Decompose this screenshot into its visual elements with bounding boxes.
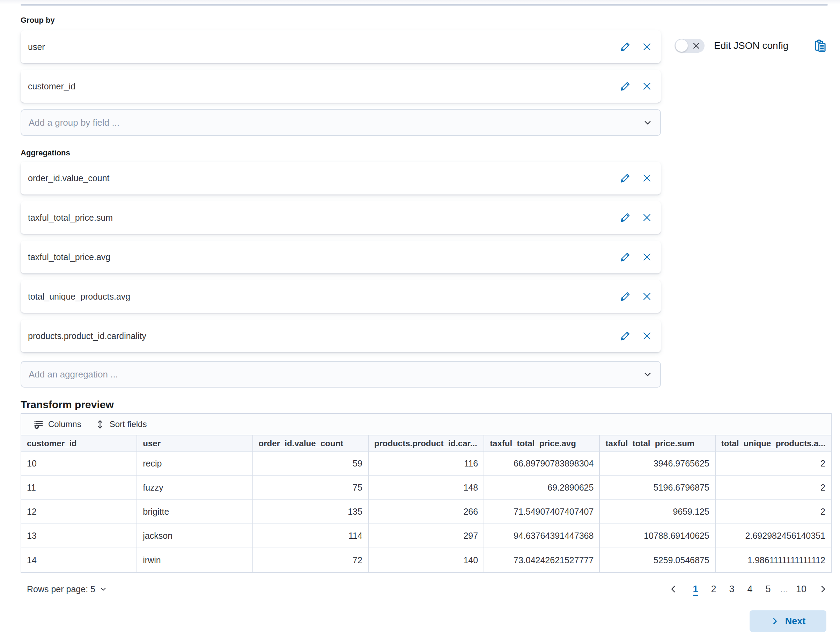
page-button-10[interactable]: 10: [795, 583, 808, 595]
delete-button[interactable]: [642, 81, 653, 92]
delete-button[interactable]: [642, 173, 653, 184]
table-cell: 14: [21, 548, 137, 572]
preview-table: customer_id user order_id.value_count pr…: [21, 436, 831, 572]
item-actions: [620, 70, 653, 103]
table-row: 11 fuzzy 75 148 69.2890625 5196.6796875 …: [21, 475, 831, 500]
delete-button[interactable]: [642, 41, 653, 52]
group-by-item-label: user: [28, 42, 45, 52]
table-cell: 135: [253, 500, 368, 524]
column-header[interactable]: user: [137, 436, 252, 451]
column-header[interactable]: customer_id: [21, 436, 137, 451]
pencil-icon: [621, 42, 630, 52]
column-header[interactable]: order_id.value_count: [253, 436, 368, 451]
aggregation-item-label: taxful_total_price.sum: [28, 213, 113, 223]
group-by-item-label: customer_id: [28, 81, 75, 92]
item-actions: [620, 241, 653, 273]
columns-button[interactable]: Columns: [34, 420, 81, 429]
edit-button[interactable]: [620, 173, 631, 184]
page-button-3[interactable]: 3: [726, 583, 738, 595]
table-cell: 66.89790783898304: [484, 451, 599, 475]
cross-icon: [642, 81, 652, 91]
table-cell: 114: [253, 524, 368, 548]
table-cell: 59: [253, 451, 368, 475]
delete-button[interactable]: [642, 330, 653, 342]
edit-json-toggle[interactable]: [675, 39, 705, 53]
edit-button[interactable]: [620, 251, 631, 262]
table-cell: jackson: [137, 524, 252, 548]
edit-button[interactable]: [620, 41, 631, 52]
aggregation-item-label: taxful_total_price.avg: [28, 252, 110, 262]
rows-per-page-button[interactable]: Rows per page: 5: [27, 584, 107, 594]
pencil-icon: [621, 252, 630, 262]
item-actions: [620, 320, 653, 352]
next-page-button[interactable]: [818, 584, 828, 594]
next-step-button[interactable]: Next: [749, 610, 826, 632]
pencil-icon: [621, 81, 630, 91]
table-cell: 2.692982456140351: [715, 524, 831, 548]
pencil-icon: [621, 292, 630, 301]
delete-button[interactable]: [642, 291, 653, 302]
chevron-right-icon: [770, 617, 779, 625]
group-by-label: Group by: [21, 16, 661, 25]
chevron-left-icon: [669, 585, 678, 594]
edit-button[interactable]: [620, 291, 631, 302]
copy-to-clipboard-button[interactable]: [813, 39, 827, 53]
group-by-item: customer_id: [21, 70, 661, 103]
table-cell: 75: [253, 475, 368, 500]
item-actions: [620, 30, 653, 63]
delete-button[interactable]: [642, 251, 653, 262]
cross-icon: [642, 42, 652, 52]
page-button-1[interactable]: 1: [689, 583, 702, 595]
sort-fields-button[interactable]: Sort fields: [95, 420, 147, 429]
table-cell: 3946.9765625: [599, 451, 715, 475]
table-cell: 2: [715, 500, 831, 524]
table-row: 10 recip 59 116 66.89790783898304 3946.9…: [21, 451, 831, 475]
table-cell: 2: [715, 475, 831, 500]
edit-button[interactable]: [620, 330, 631, 342]
table-cell: 5196.6796875: [599, 475, 715, 500]
page-list: 1 2 3 4 5 … 10: [668, 583, 828, 595]
table-cell: 73.04242621527777: [484, 548, 599, 572]
table-cell: 71.54907407407407: [484, 500, 599, 524]
table-cell: 12: [21, 500, 137, 524]
chevron-down-icon: [100, 585, 107, 593]
table-cell: 9659.125: [599, 500, 715, 524]
table-cell: 69.2890625: [484, 475, 599, 500]
table-cell: 148: [368, 475, 484, 500]
item-actions: [620, 280, 653, 313]
table-cell: brigitte: [137, 500, 252, 524]
toggle-knob: [675, 39, 688, 52]
add-group-by-select[interactable]: Add a group by field ...: [21, 109, 661, 136]
item-actions: [620, 162, 653, 194]
previous-page-button[interactable]: [668, 584, 679, 594]
pencil-icon: [621, 213, 630, 223]
column-header[interactable]: total_unique_products.a...: [715, 436, 831, 451]
page-button-5[interactable]: 5: [762, 583, 774, 595]
edit-json-config-row: Edit JSON config: [675, 38, 827, 54]
aggregation-item: taxful_total_price.avg: [21, 241, 661, 273]
delete-button[interactable]: [642, 212, 653, 223]
chevron-right-icon: [818, 585, 827, 594]
aggregation-item: products.product_id.cardinality: [21, 320, 661, 352]
edit-button[interactable]: [620, 212, 631, 223]
cross-icon: [642, 173, 652, 183]
cross-icon: [642, 331, 652, 341]
pencil-icon: [621, 331, 630, 341]
page-ellipsis: …: [780, 584, 789, 594]
table-cell: 10: [21, 451, 137, 475]
chevron-down-icon: [643, 118, 653, 127]
transform-preview-section: Transform preview Columns Sort fields: [21, 399, 832, 598]
table-cell: 10788.69140625: [599, 524, 715, 548]
page-button-2[interactable]: 2: [707, 583, 720, 595]
aggregation-item: taxful_total_price.sum: [21, 201, 661, 234]
chevron-down-icon: [643, 369, 653, 379]
edit-button[interactable]: [620, 81, 631, 92]
add-aggregation-select[interactable]: Add an aggregation ...: [21, 361, 661, 388]
column-header[interactable]: taxful_total_price.avg: [484, 436, 599, 451]
table-cell: 1.9861111111111112: [715, 548, 831, 572]
table-cell: 5259.0546875: [599, 548, 715, 572]
table-cell: 2: [715, 451, 831, 475]
column-header[interactable]: taxful_total_price.sum: [599, 436, 715, 451]
column-header[interactable]: products.product_id.car...: [368, 436, 484, 451]
page-button-4[interactable]: 4: [744, 583, 756, 595]
